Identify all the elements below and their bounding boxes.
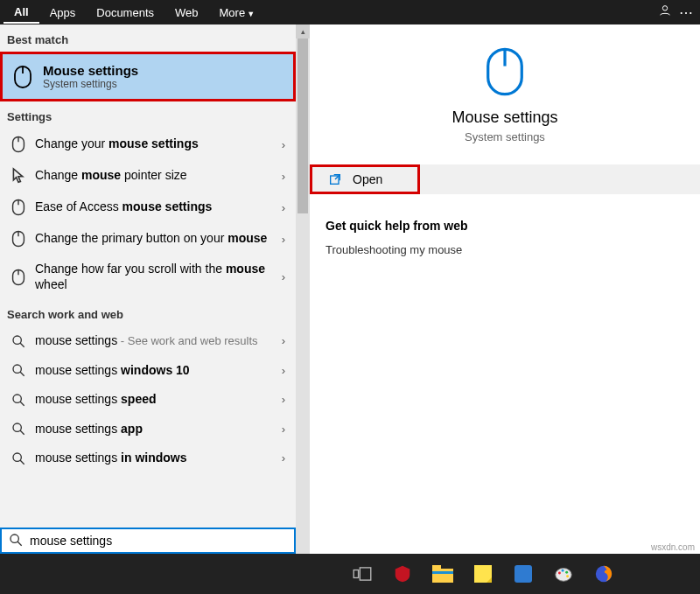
tab-all[interactable]: All <box>4 2 39 24</box>
svg-point-25 <box>10 535 18 542</box>
chevron-right-icon: › <box>278 233 289 246</box>
svg-rect-28 <box>360 568 370 580</box>
web-result-speed[interactable]: mouse settings speed › <box>0 385 296 415</box>
chevron-down-icon: ▼ <box>247 10 255 18</box>
mouse-icon <box>10 64 36 90</box>
detail-title: Mouse settings <box>310 108 700 127</box>
settings-header: Settings <box>0 101 296 129</box>
svg-point-13 <box>13 365 21 373</box>
chevron-right-icon: › <box>278 451 289 465</box>
svg-line-18 <box>20 430 24 435</box>
svg-rect-34 <box>514 565 532 583</box>
watermark: wsxdn.com <box>651 542 695 552</box>
search-icon <box>7 451 30 465</box>
search-icon <box>7 334 30 348</box>
search-icon <box>7 422 30 436</box>
result-ease-of-access-mouse[interactable]: Ease of Access mouse settings › <box>0 192 296 223</box>
mouse-icon <box>7 136 30 153</box>
chevron-right-icon: › <box>278 334 289 347</box>
search-work-web-header: Search work and web <box>0 299 296 326</box>
svg-point-38 <box>565 571 568 574</box>
quick-help-header: Get quick help from web <box>326 219 684 233</box>
best-match-header: Best match <box>0 24 296 52</box>
svg-point-11 <box>13 336 21 344</box>
app-icon-blue[interactable] <box>511 562 536 586</box>
svg-point-0 <box>662 6 667 10</box>
svg-point-15 <box>13 395 21 402</box>
detail-subtitle: System settings <box>310 130 700 143</box>
taskbar <box>0 554 700 594</box>
svg-point-36 <box>558 572 561 575</box>
svg-rect-29 <box>432 569 453 583</box>
chevron-right-icon: › <box>278 393 289 406</box>
chevron-right-icon: › <box>278 270 289 283</box>
web-result-mouse-settings[interactable]: mouse settings - See work and web result… <box>0 326 296 356</box>
cursor-icon <box>7 167 30 185</box>
result-label: Change your mouse settings <box>35 136 278 152</box>
result-label: mouse settings app <box>35 422 278 437</box>
svg-point-17 <box>13 423 21 431</box>
best-match-mouse-settings[interactable]: Mouse settings System settings <box>0 52 296 101</box>
result-primary-button[interactable]: Change the primary button on your mouse … <box>0 223 296 255</box>
chevron-right-icon: › <box>278 170 289 183</box>
svg-rect-30 <box>432 565 441 570</box>
scrollbar[interactable]: ▴ <box>296 24 310 554</box>
svg-point-39 <box>566 575 569 577</box>
mouse-icon <box>7 269 30 286</box>
sticky-notes-icon[interactable] <box>471 562 495 586</box>
firefox-icon[interactable] <box>592 562 616 586</box>
result-change-mouse-settings[interactable]: Change your mouse settings › <box>0 129 296 160</box>
detail-panel: Mouse settings System settings Open Get … <box>310 24 700 554</box>
mcafee-icon[interactable] <box>390 562 415 586</box>
best-match-title: Mouse settings <box>43 63 138 78</box>
search-filter-tabs: All Apps Documents Web More▼ ⋯ <box>0 0 700 24</box>
result-label: Ease of Access mouse settings <box>35 199 278 215</box>
mouse-icon <box>7 230 30 248</box>
result-scroll-wheel[interactable]: Change how far you scroll with the mouse… <box>0 255 296 299</box>
search-input[interactable] <box>30 534 287 548</box>
svg-line-20 <box>20 460 24 465</box>
svg-point-19 <box>13 453 21 461</box>
chevron-right-icon: › <box>278 201 289 214</box>
chevron-right-icon: › <box>278 138 289 151</box>
tab-documents[interactable]: Documents <box>86 3 164 23</box>
result-label: mouse settings in windows <box>35 451 278 466</box>
web-result-in-windows[interactable]: mouse settings in windows › <box>0 444 296 473</box>
svg-rect-31 <box>432 571 453 574</box>
paint-icon[interactable] <box>551 562 576 586</box>
search-box[interactable] <box>0 528 296 554</box>
tab-apps[interactable]: Apps <box>39 3 87 23</box>
tab-more[interactable]: More▼ <box>209 3 266 23</box>
file-explorer-icon[interactable] <box>430 562 455 586</box>
search-icon <box>7 393 30 407</box>
result-label: mouse settings - See work and web result… <box>35 333 278 349</box>
svg-line-16 <box>20 402 24 406</box>
web-result-windows-10[interactable]: mouse settings windows 10 › <box>0 356 296 386</box>
options-icon[interactable]: ⋯ <box>676 4 696 21</box>
mouse-icon <box>479 45 531 98</box>
result-change-pointer-size[interactable]: Change mouse pointer size › <box>0 160 296 192</box>
task-view-icon[interactable] <box>350 562 374 586</box>
result-label: Change mouse pointer size <box>35 168 278 184</box>
web-result-app[interactable]: mouse settings app › <box>0 415 296 444</box>
chevron-right-icon: › <box>278 423 289 436</box>
open-icon <box>328 172 342 186</box>
result-label: mouse settings speed <box>35 392 278 408</box>
mouse-icon <box>7 199 30 216</box>
svg-line-26 <box>18 542 22 546</box>
svg-rect-27 <box>354 570 358 578</box>
tab-web[interactable]: Web <box>164 3 209 23</box>
svg-point-37 <box>562 570 564 572</box>
help-troubleshooting-mouse[interactable]: Troubleshooting my mouse <box>326 243 684 256</box>
scroll-up-icon[interactable]: ▴ <box>296 24 310 38</box>
open-label: Open <box>353 172 382 186</box>
search-icon <box>7 363 30 377</box>
results-panel: Best match Mouse settings System setting… <box>0 24 296 554</box>
svg-line-14 <box>20 372 24 376</box>
result-label: Change the primary button on your mouse <box>35 231 278 247</box>
chevron-right-icon: › <box>278 364 289 377</box>
scroll-thumb[interactable] <box>298 38 308 213</box>
open-button[interactable]: Open <box>310 164 420 194</box>
svg-line-12 <box>20 343 24 347</box>
feedback-icon[interactable] <box>654 3 676 21</box>
